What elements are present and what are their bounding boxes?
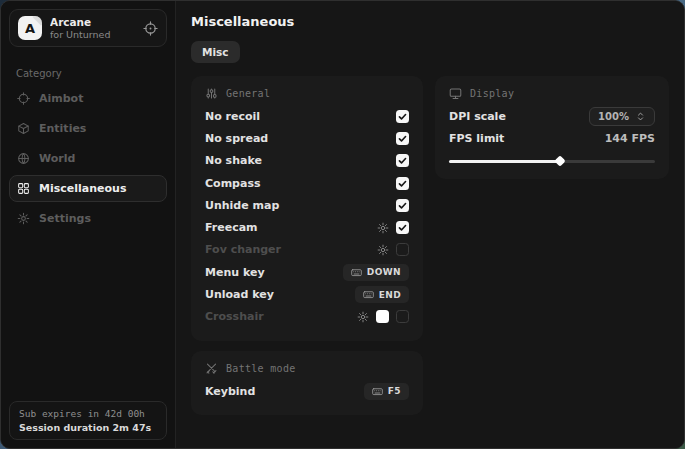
session-duration: Session duration 2m 47s (19, 422, 157, 433)
general-card: General No recoilNo spreadNo shakeCompas… (191, 76, 423, 341)
setting-row: Menu keyDOWN (205, 261, 409, 283)
keyboard-icon (351, 267, 362, 278)
right-column: Display DPI scale 100% FPS limit 144 FPS (435, 76, 669, 179)
app-titles: Arcane for Unturned (50, 16, 135, 41)
keybind-button[interactable]: F5 (364, 383, 409, 400)
subscription-status: Sub expires in 42d 00h (19, 408, 157, 419)
keyboard-icon (372, 386, 383, 397)
app-subtitle: for Unturned (50, 29, 135, 41)
gear-icon (17, 212, 30, 225)
setting-label: Compass (205, 177, 260, 190)
chevrons-up-down-icon (635, 111, 646, 122)
display-card: Display DPI scale 100% FPS limit 144 FPS (435, 76, 669, 179)
grid-icon (17, 182, 30, 195)
dpi-scale-value: 100% (598, 111, 629, 122)
sidebar-item-aimbot[interactable]: Aimbot (9, 85, 167, 112)
row-controls (396, 154, 409, 167)
keybind-value: F5 (388, 386, 401, 396)
page-title: Miscellaneous (191, 14, 669, 29)
sidebar-item-label: Entities (39, 122, 86, 135)
fps-limit-row: FPS limit 144 FPS (449, 127, 655, 149)
keybind-value: DOWN (367, 267, 401, 277)
slider-thumb[interactable] (555, 155, 566, 166)
checkbox[interactable] (396, 199, 409, 212)
slider-fill (449, 160, 560, 163)
entities-icon (17, 122, 30, 135)
setting-label: Freecam (205, 221, 258, 234)
setting-label: Crosshair (205, 310, 264, 323)
row-controls (357, 310, 409, 323)
setting-label: No spread (205, 132, 268, 145)
setting-row: Unload keyEND (205, 283, 409, 305)
setting-label: No shake (205, 154, 262, 167)
setting-label: Fov changer (205, 243, 281, 256)
sidebar-nav: AimbotEntitiesWorldMiscellaneousSettings (1, 85, 175, 232)
fps-limit-slider[interactable] (449, 157, 655, 166)
battle-mode-card: Battle mode KeybindF5 (191, 351, 423, 415)
checkbox[interactable] (396, 177, 409, 190)
app-window: A Arcane for Unturned Category AimbotEnt… (0, 0, 685, 449)
battle-mode-rows: KeybindF5 (205, 380, 409, 402)
sidebar-item-label: Miscellaneous (39, 182, 126, 195)
battle-mode-card-title: Battle mode (226, 363, 296, 374)
setting-label: Unhide map (205, 199, 279, 212)
sidebar-item-settings[interactable]: Settings (9, 205, 167, 232)
row-controls (396, 132, 409, 145)
sidebar-item-label: World (39, 152, 75, 165)
setting-row: No recoil (205, 105, 409, 127)
checkbox[interactable] (396, 154, 409, 167)
target-icon[interactable] (143, 21, 158, 36)
globe-icon (17, 152, 30, 165)
setting-row: No spread (205, 127, 409, 149)
main-panel: Miscellaneous Misc General No recoilNo s… (176, 1, 684, 448)
checkbox[interactable] (396, 310, 409, 323)
setting-label: No recoil (205, 110, 260, 123)
dpi-scale-select[interactable]: 100% (589, 107, 655, 126)
crosshair-icon (17, 92, 30, 105)
sidebar-item-entities[interactable]: Entities (9, 115, 167, 142)
swords-icon (205, 362, 218, 375)
app-name: Arcane (50, 16, 135, 29)
sidebar-item-label: Settings (39, 212, 91, 225)
checkbox[interactable] (396, 132, 409, 145)
row-controls: DOWN (343, 264, 409, 281)
keybind-button[interactable]: END (355, 286, 409, 303)
sidebar-item-label: Aimbot (39, 92, 83, 105)
general-rows: No recoilNo spreadNo shakeCompassUnhide … (205, 105, 409, 328)
row-controls (396, 199, 409, 212)
gear-icon[interactable] (377, 222, 389, 234)
setting-label: Menu key (205, 266, 265, 279)
row-controls (396, 110, 409, 123)
status-card: Sub expires in 42d 00h Session duration … (9, 401, 167, 440)
dpi-scale-label: DPI scale (449, 110, 506, 123)
checkbox[interactable] (396, 243, 409, 256)
tab-bar: Misc (191, 41, 669, 63)
app-header-card: A Arcane for Unturned (9, 9, 167, 47)
category-label: Category (16, 68, 175, 79)
color-swatch[interactable] (376, 310, 389, 323)
dpi-scale-row: DPI scale 100% (449, 105, 655, 127)
checkbox[interactable] (396, 110, 409, 123)
gear-icon[interactable] (357, 311, 369, 323)
setting-row: Compass (205, 172, 409, 194)
sidebar-item-world[interactable]: World (9, 145, 167, 172)
app-logo: A (18, 16, 42, 40)
setting-label: Unload key (205, 288, 274, 301)
sidebar-item-miscellaneous[interactable]: Miscellaneous (9, 175, 167, 202)
checkbox[interactable] (396, 221, 409, 234)
row-controls (396, 177, 409, 190)
keyboard-icon (363, 289, 374, 300)
keybind-button[interactable]: DOWN (343, 264, 409, 281)
row-controls: F5 (364, 383, 409, 400)
fps-limit-value: 144 FPS (605, 132, 655, 145)
general-card-title: General (226, 88, 270, 99)
setting-row: Crosshair (205, 306, 409, 328)
fps-limit-label: FPS limit (449, 132, 504, 145)
row-controls (377, 243, 409, 256)
keybind-value: END (379, 290, 401, 300)
gear-icon[interactable] (377, 244, 389, 256)
setting-row: Unhide map (205, 194, 409, 216)
tab-misc[interactable]: Misc (191, 41, 240, 63)
row-controls (377, 221, 409, 234)
left-column: General No recoilNo spreadNo shakeCompas… (191, 76, 423, 415)
